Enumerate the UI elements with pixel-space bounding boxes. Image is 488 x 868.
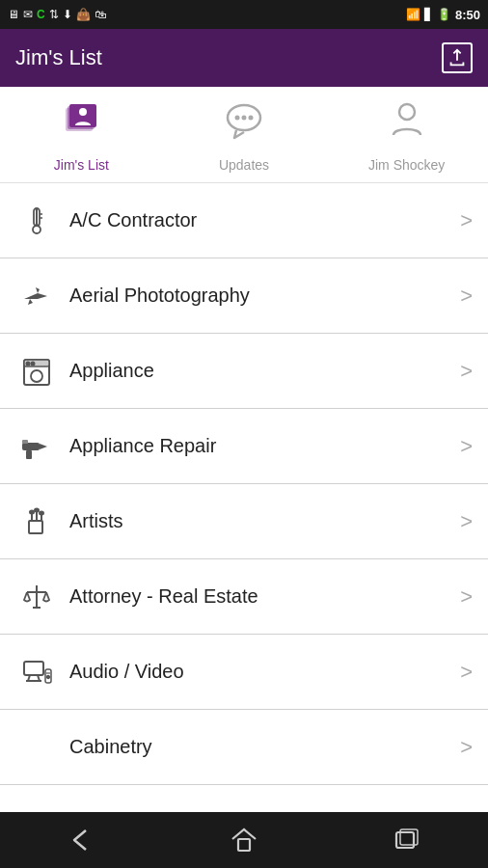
- svg-point-3: [79, 108, 87, 116]
- svg-point-16: [31, 370, 42, 382]
- list-item-audio-video[interactable]: Audio / Video >: [0, 635, 488, 710]
- appliance-label: Appliance: [69, 360, 460, 382]
- svg-rect-33: [24, 662, 43, 675]
- updates-tab-label: Updates: [219, 157, 269, 173]
- bottom-nav: [0, 812, 488, 868]
- audio-video-chevron: >: [460, 660, 473, 685]
- svg-rect-22: [22, 440, 28, 444]
- shop-icon: 🛍: [95, 8, 106, 21]
- screen-icon: 🖥: [8, 8, 19, 21]
- home-button[interactable]: [230, 826, 258, 854]
- svg-point-18: [32, 362, 35, 365]
- svg-point-28: [35, 508, 39, 511]
- artists-label: Artists: [69, 510, 460, 532]
- share-button[interactable]: [442, 42, 473, 73]
- ac-contractor-label: A/C Contractor: [69, 209, 460, 231]
- attorney-real-estate-label: Attorney - Real Estate: [69, 585, 460, 608]
- download-icon: ⬇: [63, 8, 72, 21]
- recent-apps-button[interactable]: [393, 826, 421, 854]
- attorney-real-estate-chevron: >: [460, 584, 473, 610]
- cabinetry-chevron: >: [460, 735, 473, 760]
- list-item-aerial-photography[interactable]: Aerial Phototography >: [0, 258, 488, 334]
- svg-point-5: [235, 116, 240, 121]
- arrows-icon: ⇅: [49, 8, 59, 21]
- appliance-repair-icon: [15, 430, 58, 463]
- app-header: Jim's List: [0, 29, 488, 87]
- list-item-appliance[interactable]: Appliance >: [0, 334, 488, 409]
- status-right-icons: 📶 ▋ 🔋 8:50: [406, 8, 480, 22]
- svg-point-11: [33, 226, 41, 233]
- time-display: 8:50: [455, 8, 480, 22]
- status-bar: 🖥 ✉ C ⇅ ⬇ 👜 🛍 📶 ▋ 🔋 8:50: [0, 0, 488, 29]
- list-item-attorney-real-estate[interactable]: Attorney - Real Estate >: [0, 559, 488, 635]
- jims-list-icon: [58, 96, 104, 151]
- tab-jim-shockey[interactable]: Jim Shockey: [325, 87, 488, 182]
- status-left-icons: 🖥 ✉ C ⇅ ⬇ 👜 🛍: [8, 8, 106, 21]
- list-item-cabinetry[interactable]: Cabinetry >: [0, 710, 488, 785]
- battery-icon: 🔋: [437, 8, 451, 21]
- appliance-repair-chevron: >: [460, 434, 473, 459]
- app-title: Jim's List: [15, 45, 102, 70]
- list-item-artists[interactable]: Artists >: [0, 484, 488, 559]
- appliance-repair-label: Appliance Repair: [69, 435, 460, 457]
- audio-video-label: Audio / Video: [69, 661, 460, 683]
- tab-updates[interactable]: Updates: [163, 87, 326, 182]
- appliance-chevron: >: [460, 359, 473, 384]
- svg-point-39: [47, 675, 49, 677]
- appliance-icon: [15, 355, 58, 388]
- list-item-appliance-repair[interactable]: Appliance Repair >: [0, 409, 488, 484]
- svg-point-29: [40, 511, 43, 514]
- wifi-icon: 📶: [406, 8, 420, 21]
- svg-marker-20: [40, 444, 47, 449]
- svg-rect-19: [22, 443, 40, 450]
- svg-point-7: [249, 116, 254, 121]
- jims-list-tab-label: Jim's List: [54, 157, 109, 173]
- svg-point-6: [242, 116, 247, 121]
- category-list: A/C Contractor > Aerial Phototography >: [0, 183, 488, 812]
- ac-contractor-icon: [15, 204, 58, 237]
- svg-rect-40: [238, 839, 250, 851]
- mail-icon: ✉: [23, 8, 33, 21]
- artists-chevron: >: [460, 509, 473, 534]
- svg-point-27: [30, 510, 34, 513]
- updates-icon: [221, 96, 267, 151]
- list-item-ac-contractor[interactable]: A/C Contractor >: [0, 183, 488, 258]
- jim-shockey-tab-label: Jim Shockey: [368, 157, 445, 173]
- aerial-photography-icon: [15, 280, 58, 312]
- audio-video-icon: [15, 656, 58, 689]
- back-button[interactable]: [67, 826, 95, 854]
- svg-rect-21: [26, 450, 32, 459]
- ac-contractor-chevron: >: [460, 208, 473, 233]
- attorney-real-estate-icon: [15, 581, 58, 613]
- wallet-icon: 👜: [76, 8, 91, 21]
- svg-point-17: [27, 362, 30, 365]
- c-icon: C: [37, 8, 45, 21]
- jim-shockey-icon: [384, 96, 430, 151]
- tab-bar: Jim's List Updates Jim Shockey: [0, 87, 488, 183]
- aerial-photography-label: Aerial Phototography: [69, 285, 460, 307]
- signal-icon: ▋: [424, 8, 433, 21]
- svg-rect-23: [29, 521, 42, 533]
- tab-jims-list[interactable]: Jim's List: [0, 87, 163, 182]
- svg-point-8: [399, 104, 415, 120]
- cabinetry-label: Cabinetry: [69, 736, 460, 758]
- artists-icon: [15, 505, 58, 538]
- aerial-photography-chevron: >: [460, 284, 473, 309]
